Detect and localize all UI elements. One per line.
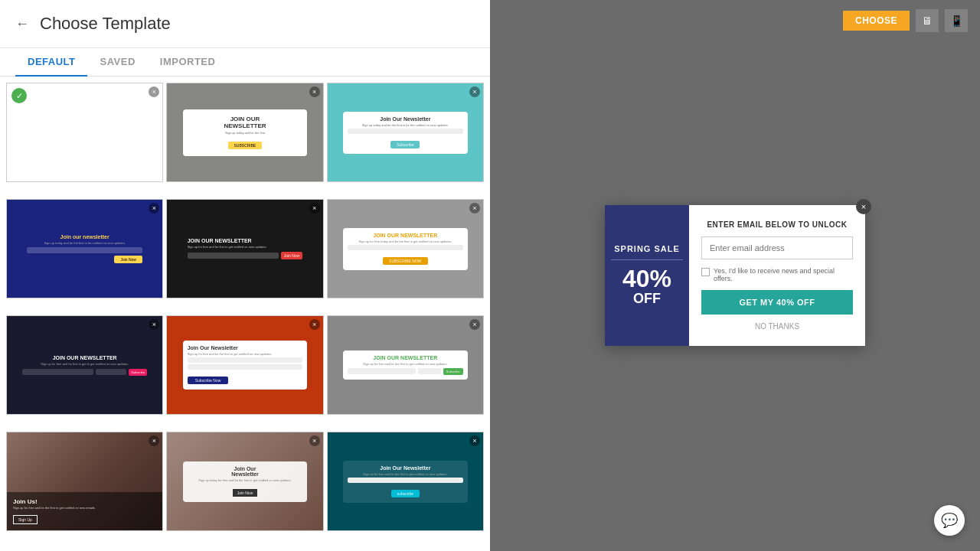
checkbox-row: Yes, I'd like to receive news and specia… [701, 267, 853, 282]
card-close-3[interactable]: × [469, 86, 480, 97]
cta-button[interactable]: GET MY 40% OFF [701, 290, 853, 315]
template-card[interactable]: × Join Our Newsletter Sign up today and … [327, 83, 484, 182]
top-right-toolbar: CHOOSE 🖥 📱 [843, 9, 968, 32]
desktop-icon: 🖥 [922, 15, 933, 27]
no-thanks-button[interactable]: NO THANKS [701, 322, 853, 331]
desktop-view-button[interactable]: 🖥 [916, 9, 939, 32]
off-label: OFF [633, 291, 661, 307]
template-card[interactable]: ✓ × [6, 83, 163, 182]
popup-left-panel: SPRING SALE 40% OFF [605, 205, 689, 346]
template-card[interactable]: × Join our newsletter Sign up today and … [6, 199, 163, 298]
spring-sale-label: SPRING SALE [611, 244, 683, 260]
card-close-11[interactable]: × [309, 435, 320, 446]
template-card[interactable]: × JOIN OUR NEWSLETTER Sign up today and … [166, 83, 323, 182]
right-panel: CHOOSE 🖥 📱 × SPRING SALE 40% OFF ENTER E… [490, 0, 980, 551]
popup-close-button[interactable]: × [856, 199, 871, 214]
back-button[interactable]: ← [15, 16, 29, 32]
chat-icon: 💬 [941, 512, 958, 529]
email-input[interactable] [701, 236, 853, 259]
tab-imported[interactable]: IMPORTED [148, 48, 228, 77]
card-close-12[interactable]: × [469, 435, 480, 446]
checkbox-label: Yes, I'd like to receive news and specia… [714, 267, 853, 282]
discount-label: 40% [622, 266, 671, 291]
card-close-1[interactable]: × [149, 86, 159, 97]
template-card[interactable]: × Join Our Newsletter Sign up today for … [166, 432, 323, 531]
newsletter-checkbox[interactable] [701, 268, 710, 276]
template-card[interactable]: × JOIN OUR NEWSLETTER Sign up for free a… [327, 315, 484, 415]
popup-right-panel: ENTER EMAIL BELOW TO UNLOCK Yes, I'd lik… [689, 205, 865, 346]
card-close-2[interactable]: × [309, 86, 320, 97]
template-card[interactable]: × Join Us! Sign up for free and be the f… [6, 432, 163, 531]
template-card[interactable]: × Join Our Newsletter Sign up for free a… [166, 315, 323, 415]
selected-badge: ✓ [11, 88, 27, 103]
popup-preview: × SPRING SALE 40% OFF ENTER EMAIL BELOW … [605, 205, 865, 346]
template-card[interactable]: × JOIN OUR NEWSLETTER Sign up for free a… [6, 315, 163, 415]
card-close-9[interactable]: × [469, 319, 480, 330]
tab-saved[interactable]: SAVED [87, 48, 147, 77]
templates-grid: ✓ × × JOIN OUR NEWSLETTER Sign up today … [0, 77, 490, 551]
mobile-view-button[interactable]: 📱 [945, 9, 968, 32]
card-close-5[interactable]: × [309, 203, 320, 214]
template-card[interactable]: × JOIN OUR NEWSLETTER Sign up for free t… [327, 199, 484, 298]
template-card[interactable]: × JOIN OUR NEWSLETTER Sign up for free a… [166, 199, 323, 298]
page-title: Choose Template [40, 14, 171, 34]
chat-button[interactable]: 💬 [934, 505, 965, 536]
card-close-6[interactable]: × [469, 203, 480, 214]
tabs-bar: DEFAULT SAVED IMPORTED [0, 48, 490, 77]
panel-header: ← Choose Template [0, 0, 490, 48]
template-card[interactable]: × Join Our Newsletter Sign up for free a… [327, 432, 484, 531]
tab-default[interactable]: DEFAULT [15, 48, 87, 77]
card-close-8[interactable]: × [309, 319, 320, 330]
mobile-icon: 📱 [950, 15, 963, 27]
left-panel: ← Choose Template DEFAULT SAVED IMPORTED… [0, 0, 490, 551]
choose-button[interactable]: CHOOSE [843, 11, 910, 31]
popup-title: ENTER EMAIL BELOW TO UNLOCK [701, 220, 853, 229]
